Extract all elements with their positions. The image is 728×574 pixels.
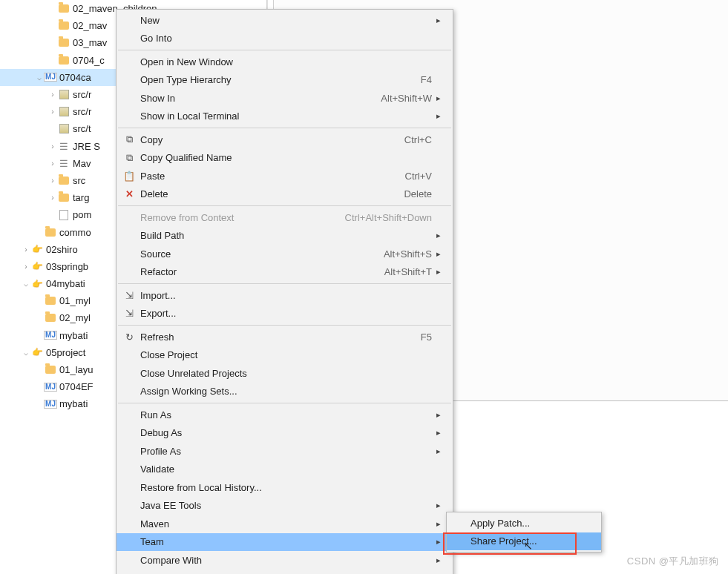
menu-item-label: Assign Working Sets... <box>137 386 422 397</box>
menu-item[interactable]: ⇲Import... <box>117 286 453 305</box>
lib-icon: ☰ <box>58 157 70 169</box>
menu-item[interactable]: Validate <box>117 461 453 479</box>
hand-icon: 👉 <box>31 243 43 255</box>
menu-item-label: Run As <box>137 409 422 420</box>
menu-item[interactable]: ✕DeleteDelete <box>117 185 453 204</box>
menu-item[interactable]: Team▸ <box>117 533 453 552</box>
tree-item-label: mybati <box>59 398 88 409</box>
submenu-arrow-icon: ▸ <box>436 501 445 510</box>
menu-item[interactable]: Apply Patch... <box>447 514 601 532</box>
expander-placeholder <box>34 313 45 323</box>
expander-placeholder <box>47 210 58 220</box>
expand-icon[interactable]: › <box>21 244 31 254</box>
menu-item[interactable]: Close Unrelated Projects <box>117 364 453 383</box>
expand-icon[interactable]: › <box>21 261 31 271</box>
menu-item[interactable]: Close Project <box>117 346 453 365</box>
menu-separator <box>118 128 451 128</box>
menu-item[interactable]: Restore from Local History... <box>117 478 453 497</box>
menu-item-label: Paste <box>137 171 405 182</box>
pkg-icon <box>58 106 70 118</box>
pkg-icon <box>58 123 70 135</box>
context-menu[interactable]: New▸Go IntoOpen in New WindowOpen Type H… <box>116 9 453 574</box>
team-submenu[interactable]: Apply Patch...Share Project... <box>446 512 602 552</box>
menu-item[interactable]: ⧉Copy Qualified Name <box>117 149 453 168</box>
expand-icon[interactable]: › <box>47 90 58 100</box>
menu-item[interactable]: Profile As▸ <box>117 442 453 461</box>
menu-item[interactable]: ⇲Export... <box>117 305 453 323</box>
menu-item[interactable]: Run As▸ <box>117 406 453 424</box>
tree-item-label: src <box>73 175 85 186</box>
folder-icon <box>45 364 56 376</box>
menu-item-label: Close Project <box>137 349 422 360</box>
menu-item[interactable]: ◉GitHub <box>117 570 453 575</box>
menu-item[interactable]: Show in Local Terminal▸ <box>117 108 453 126</box>
menu-item-label: Debug As <box>137 427 422 438</box>
menu-item[interactable]: ⧉CopyCtrl+C <box>117 131 453 149</box>
submenu-arrow-icon: ▸ <box>436 231 445 240</box>
menu-item[interactable]: Share Project... <box>447 532 601 551</box>
expand-icon[interactable]: › <box>47 193 58 203</box>
menu-item-label: Refresh <box>137 331 421 343</box>
menu-item[interactable]: Go Into <box>117 30 453 48</box>
expander-placeholder <box>34 365 45 375</box>
pkg-icon <box>58 89 70 101</box>
menu-item-accelerator: Alt+Shift+W <box>381 93 436 104</box>
menu-item[interactable]: New▸ <box>117 11 453 30</box>
menu-item[interactable]: Open in New Window <box>117 53 453 71</box>
menu-item[interactable]: Maven▸ <box>117 515 453 533</box>
submenu-arrow-icon: ▸ <box>436 410 445 420</box>
menu-item[interactable]: Open Type HierarchyF4 <box>117 71 453 90</box>
menu-item-label: Import... <box>137 290 422 301</box>
collapse-icon[interactable]: ⌵ <box>21 279 31 289</box>
folder-icon <box>58 54 70 66</box>
tree-item-label: 0704_c <box>73 55 105 66</box>
menu-separator <box>118 50 451 50</box>
hand-icon: 👉 <box>31 278 43 290</box>
menu-item[interactable]: Show InAlt+Shift+W▸ <box>117 89 453 108</box>
expander-placeholder <box>34 296 45 306</box>
menu-item-accelerator: F4 <box>421 74 436 85</box>
tree-item-label: 02shiro <box>46 244 78 255</box>
expander-placeholder <box>34 382 45 392</box>
menu-item-accelerator: Ctrl+V <box>405 171 436 182</box>
menu-item-label: Share Project... <box>468 535 570 547</box>
expander-placeholder <box>34 330 45 340</box>
expand-icon[interactable]: › <box>47 107 58 117</box>
hand-icon: 👉 <box>31 260 43 272</box>
mj-icon: MJ <box>45 329 56 341</box>
expand-icon[interactable]: › <box>47 158 58 168</box>
expander-placeholder <box>47 38 58 48</box>
menu-item[interactable]: Assign Working Sets... <box>117 383 453 401</box>
menu-item-label: Copy <box>137 134 404 145</box>
collapse-icon[interactable]: ⌵ <box>34 72 45 82</box>
menu-item: Remove from ContextCtrl+Alt+Shift+Down <box>117 208 453 227</box>
expand-icon[interactable]: › <box>47 141 58 151</box>
collapse-icon[interactable]: ⌵ <box>21 347 31 357</box>
menu-item-label: Restore from Local History... <box>137 482 422 493</box>
menu-item[interactable]: ↻RefreshF5 <box>117 328 453 346</box>
tree-item-label: mybati <box>59 330 88 341</box>
menu-item[interactable]: 📋PasteCtrl+V <box>117 167 453 185</box>
mj-icon: MJ <box>45 398 56 410</box>
menu-item-label: Apply Patch... <box>468 518 570 529</box>
menu-item[interactable]: Build Path▸ <box>117 227 453 245</box>
imp-icon: ⇲ <box>121 308 137 319</box>
mj-icon: MJ <box>45 71 56 83</box>
del-icon: ✕ <box>121 188 137 199</box>
menu-item-label: Open Type Hierarchy <box>137 74 421 85</box>
tree-item-label: src/r <box>73 89 91 100</box>
tree-item-label: Mav <box>73 158 91 169</box>
menu-item[interactable]: Compare With▸ <box>117 551 453 570</box>
menu-item[interactable]: Java EE Tools▸ <box>117 497 453 515</box>
menu-item[interactable]: Debug As▸ <box>117 424 453 443</box>
submenu-arrow-icon: ▸ <box>436 428 445 438</box>
menu-item[interactable]: SourceAlt+Shift+S▸ <box>117 245 453 263</box>
menu-item-label: New <box>137 15 422 26</box>
paste-icon: 📋 <box>121 171 137 182</box>
expander-placeholder <box>34 227 45 237</box>
imp-icon: ⇲ <box>121 290 137 301</box>
expand-icon[interactable]: › <box>47 175 58 185</box>
menu-item-label: Close Unrelated Projects <box>137 368 422 379</box>
menu-item[interactable]: RefactorAlt+Shift+T▸ <box>117 263 453 282</box>
copy-icon: ⧉ <box>121 133 137 145</box>
